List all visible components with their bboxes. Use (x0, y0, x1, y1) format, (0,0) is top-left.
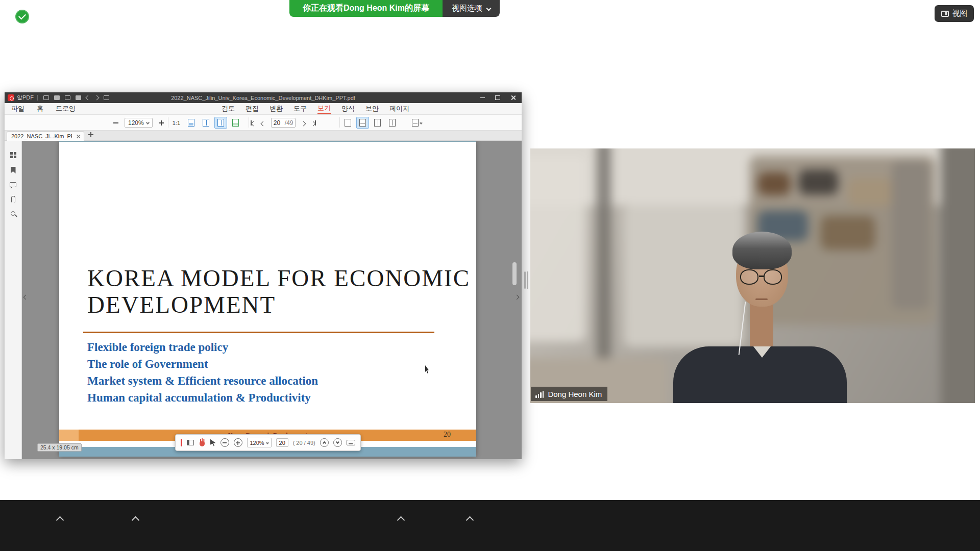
fit-visible-button-active[interactable] (214, 117, 227, 129)
zoom-out-button[interactable] (220, 438, 229, 447)
page-number-box[interactable]: /49 (271, 118, 296, 128)
previous-page-button[interactable] (261, 118, 265, 128)
save-icon[interactable] (54, 95, 60, 100)
actual-size-button[interactable]: 1:1 (170, 117, 183, 129)
expand-right-panel-icon[interactable] (514, 295, 520, 300)
close-button[interactable] (506, 93, 520, 102)
view-options-label: 视图选项 (452, 4, 482, 13)
page-number-input[interactable] (276, 438, 288, 447)
bookmarks-panel-icon[interactable] (11, 167, 16, 173)
zoom-in-button[interactable] (155, 117, 168, 129)
slide-bullet-4: Human capital accumulation & Productivit… (87, 389, 318, 406)
search-panel-icon[interactable] (11, 211, 15, 216)
tab-label: 2022_NASC_Ji...Kim_PPT.pdf (11, 133, 72, 139)
pdf-tabbar: 2022_NASC_Ji...Kim_PPT.pdf (5, 131, 522, 141)
slide-divider-rule (83, 332, 434, 333)
hand-tool-icon[interactable] (199, 439, 206, 447)
zoom-out-button[interactable] (109, 117, 122, 129)
security-shield-icon[interactable] (15, 10, 29, 23)
two-page-view-button[interactable] (371, 117, 384, 129)
comments-panel-icon[interactable] (10, 182, 16, 187)
pdf-side-panel (5, 141, 22, 459)
menu-file[interactable]: 파일 (11, 104, 24, 113)
slide-bullet-list: Flexible foreign trade policy The role o… (87, 339, 318, 406)
thumbnails-panel-icon[interactable] (10, 152, 16, 158)
chat-options-caret[interactable] (466, 516, 474, 524)
page-number-input[interactable] (274, 119, 284, 127)
redo-icon[interactable] (94, 95, 100, 101)
pdf-menubar: 파일 홈 드로잉 검토 편집 변환 도구 보기 양식 보안 페이지 (5, 103, 522, 115)
previous-page-button[interactable] (320, 438, 329, 447)
new-tab-button[interactable] (88, 132, 93, 137)
minimize-button[interactable] (476, 93, 489, 102)
first-page-button[interactable] (251, 118, 255, 128)
close-tab-icon[interactable] (77, 134, 80, 138)
slide-bullet-3: Market system & Efficient resource alloc… (87, 372, 318, 389)
fit-width-button[interactable] (185, 117, 198, 129)
toolbar-drag-handle[interactable] (181, 439, 182, 446)
person-hair (732, 232, 792, 269)
page-display-icon (412, 119, 419, 127)
menu-drawing[interactable]: 드로잉 (56, 104, 76, 113)
last-page-button[interactable] (311, 118, 316, 128)
maximize-button[interactable] (491, 93, 504, 102)
audio-level-icon (535, 390, 544, 398)
chevron-down-icon (486, 6, 492, 11)
view-button[interactable]: 视图 (935, 5, 974, 22)
next-page-button[interactable] (302, 118, 305, 128)
continuous-view-button-active[interactable] (356, 117, 369, 129)
menu-home[interactable]: 홈 (37, 104, 43, 113)
document-tab[interactable]: 2022_NASC_Ji...Kim_PPT.pdf (7, 131, 84, 141)
menu-tools[interactable]: 도구 (293, 104, 307, 113)
menu-view-active[interactable]: 보기 (317, 104, 331, 114)
side-panel-toggle-icon[interactable] (187, 440, 194, 445)
glasses-left-lens (740, 269, 758, 285)
participant-name-tag: Dong Heon Kim (531, 387, 607, 401)
collapse-left-panel-icon[interactable] (23, 295, 29, 300)
slide-page-number: 20 (444, 431, 451, 439)
continuous-view-icon (359, 119, 366, 127)
send-icon[interactable] (76, 95, 81, 100)
slide-bullet-1: Flexible foreign trade policy (87, 339, 318, 356)
layout-divider-handle[interactable] (524, 271, 528, 289)
menu-convert[interactable]: 변환 (270, 104, 283, 113)
select-tool-icon[interactable] (210, 439, 216, 446)
presentation-mode-icon[interactable] (347, 440, 355, 445)
menu-review[interactable]: 검토 (222, 104, 235, 113)
participant-person (530, 148, 975, 403)
menu-page[interactable]: 페이지 (389, 104, 409, 113)
print-icon[interactable] (65, 95, 70, 100)
chevron-down-icon (336, 440, 339, 444)
menu-edit[interactable]: 편집 (246, 104, 259, 113)
participant-video-tile[interactable]: Dong Heon Kim (530, 148, 975, 403)
full-screen-button[interactable] (229, 117, 242, 129)
plus-icon (236, 441, 240, 445)
zoom-in-button[interactable] (234, 438, 242, 447)
participants-options-caret[interactable] (397, 516, 405, 524)
view-options-button[interactable]: 视图选项 (443, 0, 500, 17)
customize-toolbar-icon[interactable] (104, 95, 109, 100)
attachments-panel-icon[interactable] (11, 196, 15, 203)
single-page-view-button[interactable] (341, 117, 354, 129)
next-page-button[interactable] (333, 438, 342, 447)
video-options-caret[interactable] (132, 516, 140, 524)
zoom-value: 120% (128, 119, 144, 127)
open-file-icon[interactable] (43, 95, 49, 100)
menu-forms[interactable]: 양식 (341, 104, 355, 113)
fit-page-button[interactable] (200, 117, 212, 129)
audio-options-caret[interactable] (56, 516, 64, 524)
vertical-scrollbar-thumb[interactable] (512, 262, 517, 285)
slide-top-border (59, 141, 476, 142)
zoom-level-dropdown[interactable]: 120% (125, 118, 153, 128)
zoom-level-dropdown[interactable]: 120% (247, 438, 272, 447)
slide-page: KOREA MODEL FOR ECONOMIC DEVELOPMENT Fle… (59, 141, 476, 457)
pdf-app-logo-icon (8, 94, 14, 101)
undo-icon[interactable] (86, 95, 91, 101)
menu-security[interactable]: 보안 (365, 104, 379, 113)
participant-name: Dong Heon Kim (548, 390, 602, 398)
glasses-right-lens (764, 269, 782, 285)
page-display-options-dropdown[interactable] (410, 117, 423, 129)
minus-icon (113, 122, 118, 123)
two-page-continuous-button[interactable] (386, 117, 399, 129)
single-page-icon (345, 119, 351, 127)
